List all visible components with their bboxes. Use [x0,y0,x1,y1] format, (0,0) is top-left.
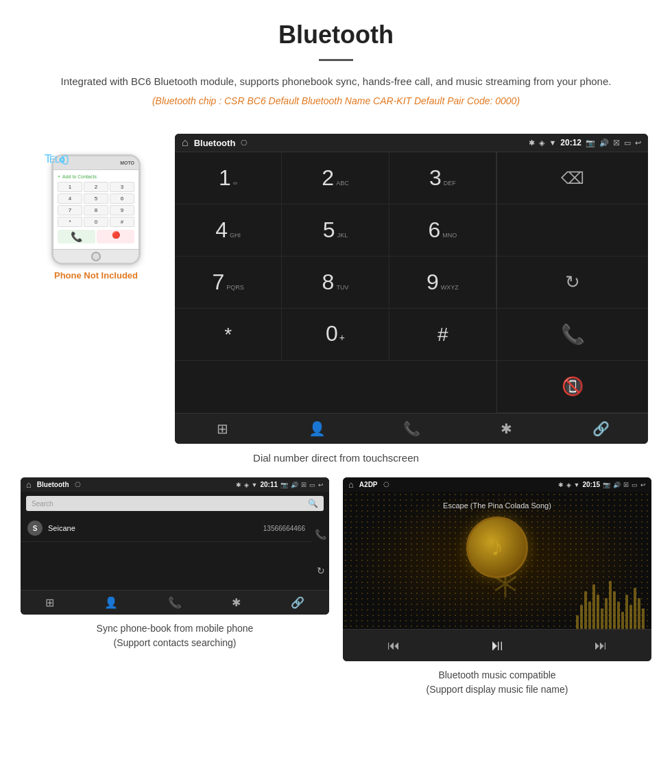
phone-key-1[interactable]: 1 [58,182,82,192]
phone-bottom-bar [53,249,139,263]
phone-key-3[interactable]: 3 [110,182,134,192]
dial-grid: 1∞ 2ABC 3DEF 4GHI 5JKL 6MNO [175,152,497,413]
music-play-icon[interactable]: ⏯ [490,637,505,654]
pb-refresh-icon[interactable]: ↻ [317,565,325,576]
pb-close-icon[interactable]: ☒ [301,482,307,488]
pb-bottom-bar: ⊞ 👤 📞 ✱ 🔗 [21,590,329,615]
music-screen: ⌂ A2DP ⎔ ✱ ◈ ▼ 20:15 📷 🔊 ☒ ▭ ↩ [343,477,651,661]
music-bt-icon: ✱ [558,482,564,488]
nav-grid[interactable]: ⊞ [208,420,236,437]
pb-nav-grid[interactable]: ⊞ [45,596,54,609]
pb-status-right: ✱ ◈ ▼ 20:11 📷 🔊 ☒ ▭ ↩ [236,481,324,488]
music-next-icon[interactable]: ⏭ [595,639,607,653]
pb-vol-icon[interactable]: 🔊 [291,482,298,488]
pb-home-icon[interactable]: ⌂ [26,479,32,490]
pb-phone-icon[interactable]: 📞 [315,529,326,540]
phone-key-0[interactable]: 0 [84,217,108,227]
dial-key-8[interactable]: 8TUV [282,257,389,309]
phone-key-hash[interactable]: # [110,217,134,227]
dial-key-0[interactable]: 0+ [282,309,389,361]
pb-contact-number: 13566664466 [263,525,305,532]
pb-contact-row[interactable]: S Seicane 13566664466 [21,515,312,542]
eq-bar [576,615,579,629]
pb-contact-name: Seicane [48,524,263,532]
phonebook-caption-line2: (Support contacts searching) [114,637,237,648]
pb-nav-bt[interactable]: ✱ [232,596,241,609]
eq-bar [634,588,636,629]
pb-usb-icon: ⎔ [75,481,81,488]
dial-backspace[interactable]: ⌫ [497,152,648,204]
music-back-icon[interactable]: ↩ [640,482,646,488]
phone-dialpad: 1 2 3 4 5 6 7 8 9 * 0 # [58,182,134,227]
phone-home-button[interactable] [91,252,101,261]
phone-end-btn[interactable]: 🔴 [97,230,134,243]
dial-key-hash[interactable]: # [389,309,496,361]
eq-bar [621,612,624,629]
pb-nav-link[interactable]: 🔗 [291,596,304,609]
title-divider [319,59,353,61]
header-section: Bluetooth Integrated with BC6 Bluetooth … [0,0,672,134]
music-prev-icon[interactable]: ⏮ [387,639,400,653]
dial-key-7[interactable]: 7PQRS [175,257,282,309]
phone-call-btn[interactable]: 📞 [58,230,95,243]
phonebook-caption: Sync phone-book from mobile phone (Suppo… [21,621,329,650]
volume-icon[interactable]: 🔊 [599,139,609,147]
dial-key-3[interactable]: 3DEF [389,152,496,204]
nav-phone[interactable]: 📞 [398,420,425,437]
description-text: Integrated with BC6 Bluetooth module, su… [41,73,631,90]
dial-key-2[interactable]: 2ABC [282,152,389,204]
pb-nav-phone[interactable]: 📞 [168,596,182,609]
pb-avatar: S [27,521,43,536]
nav-bluetooth[interactable]: ✱ [492,420,520,437]
phone-key-9[interactable]: 9 [110,205,134,215]
pb-nav-person[interactable]: 👤 [104,596,118,609]
home-icon[interactable]: ⌂ [182,136,189,149]
dial-key-5[interactable]: 5JKL [282,204,389,257]
dial-refresh[interactable]: ↻ [497,257,648,309]
dial-call-green[interactable]: 📞 [497,309,648,361]
dial-key-6[interactable]: 6MNO [389,204,496,257]
pb-screen-icon[interactable]: ▭ [309,482,315,488]
nav-link[interactable]: 🔗 [587,420,614,437]
music-vol-icon[interactable]: 🔊 [613,482,621,488]
dial-key-1[interactable]: 1∞ [175,152,282,204]
pb-cam-icon[interactable]: 📷 [280,482,288,488]
music-sig-icon: ▼ [574,482,580,488]
phone-key-5[interactable]: 5 [84,193,108,204]
eq-bar [638,598,640,629]
camera-icon[interactable]: 📷 [586,139,595,147]
pb-search-bar[interactable]: Search 🔍 [26,496,324,511]
music-screen-icon[interactable]: ▭ [632,482,638,488]
phone-key-7[interactable]: 7 [58,205,82,215]
screen-icon[interactable]: ▭ [624,139,631,147]
music-caption-line2: (Support display music file name) [427,684,568,695]
eq-bar [584,591,587,629]
phone-key-star[interactable]: * [58,217,82,227]
pb-back-icon[interactable]: ↩ [318,482,324,488]
phone-key-4[interactable]: 4 [58,193,82,204]
dial-call-red[interactable]: 📵 [497,361,648,413]
eq-bar [580,605,583,629]
music-label: A2DP [359,481,378,488]
pb-search-placeholder: Search [32,500,308,508]
pb-content-area: S Seicane 13566664466 📞 ↻ [21,515,329,590]
back-icon[interactable]: ↩ [635,139,641,147]
phone-key-6[interactable]: 6 [110,193,134,204]
music-home-icon[interactable]: ⌂ [348,479,354,490]
dial-right-panel: ⌫ ↻ 📞 📵 [497,152,648,413]
music-cam-icon[interactable]: 📷 [603,482,610,488]
eq-bar [617,602,620,629]
dial-key-9[interactable]: 9WXYZ [389,257,496,309]
close-icon[interactable]: ☒ [613,139,620,147]
eq-bar [609,581,612,629]
music-loc-icon: ◈ [566,482,571,488]
music-close-icon[interactable]: ☒ [623,482,629,488]
phone-key-8[interactable]: 8 [84,205,108,215]
pb-search-row: Search 🔍 [21,492,329,515]
dial-key-star[interactable]: * [175,309,282,361]
svg-text:℡: ℡ [44,149,61,166]
nav-person[interactable]: 👤 [303,420,331,437]
phone-key-2[interactable]: 2 [84,182,108,192]
eq-bar [597,595,599,629]
dial-key-4[interactable]: 4GHI [175,204,282,257]
